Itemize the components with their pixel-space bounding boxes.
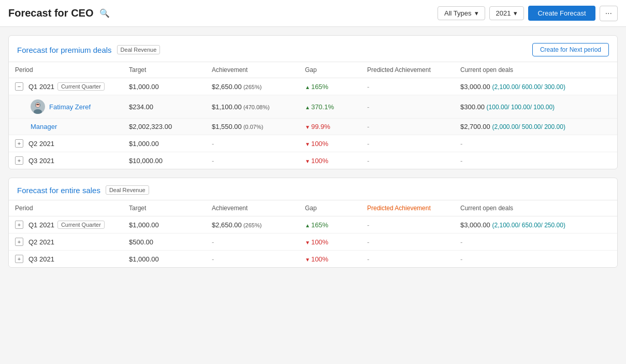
sub-period-cell: Manager: [9, 119, 123, 135]
open-deals-cell: $300.00 (100.00/ 100.00/ 100.00): [454, 95, 617, 119]
achievement-cell: -: [206, 234, 299, 251]
col-target: Target: [123, 200, 206, 216]
table-row: Manager $2,002,323.00 $1,550.00 (0.07%) …: [9, 119, 617, 135]
col-open-deals: Current open deals: [454, 200, 617, 216]
open-deals-cell: -: [454, 251, 617, 268]
gap-cell: 165%: [299, 216, 361, 234]
main-content: Forecast for premium deals Deal Revenue …: [0, 27, 626, 276]
person-name[interactable]: Fatimay Zeref: [49, 103, 91, 111]
chevron-down-icon: ▾: [514, 9, 517, 17]
expand-toggle[interactable]: +: [15, 221, 23, 229]
expand-toggle[interactable]: +: [15, 156, 23, 165]
table-header-row: Period Target Achievement Gap Predicted …: [9, 200, 617, 216]
open-deals-cell: $3,000.00 (2,100.00/ 600.00/ 300.00): [454, 78, 617, 95]
app-header: Forecast for CEO 🔍 All Types ▾ 2021 ▾ Cr…: [0, 0, 626, 27]
target-cell: $1,000.00: [123, 78, 206, 95]
table-row: Fatimay Zeref $234.00 $1,100.00 (470.08%…: [9, 95, 617, 119]
predicted-cell: -: [361, 95, 454, 119]
predicted-cell: -: [361, 216, 454, 234]
period-value: Q3 2021: [28, 157, 54, 165]
col-predicted: Predicted Achievement: [361, 200, 454, 216]
type-filter-dropdown[interactable]: All Types ▾: [438, 6, 485, 20]
expand-toggle[interactable]: +: [15, 255, 23, 263]
expand-toggle[interactable]: +: [15, 238, 23, 246]
achievement-cell: $2,650.00 (265%): [206, 78, 299, 95]
current-quarter-badge: Current Quarter: [57, 221, 105, 229]
page-title: Forecast for CEO 🔍: [8, 7, 112, 19]
open-deals-cell: -: [454, 234, 617, 251]
year-filter-label: 2021: [496, 9, 511, 17]
achievement-cell: $1,100.00 (470.08%): [206, 95, 299, 119]
period-cell: + Q1 2021 Current Quarter: [9, 216, 123, 234]
card-header-left: Forecast for premium deals Deal Revenue: [17, 45, 160, 54]
period-cell: + Q3 2021: [9, 152, 123, 169]
achievement-cell: $1,550.00 (0.07%): [206, 119, 299, 135]
open-deals-cell: -: [454, 135, 617, 152]
collapse-toggle[interactable]: −: [15, 82, 23, 91]
deal-revenue-badge-2: Deal Revenue: [106, 185, 149, 195]
col-period: Period: [9, 62, 123, 78]
expand-toggle[interactable]: +: [15, 139, 23, 148]
predicted-cell: -: [361, 135, 454, 152]
create-next-period-button[interactable]: Create for Next period: [532, 43, 609, 56]
open-deals-cell: $2,700.00 (2,000.00/ 500.00/ 200.00): [454, 119, 617, 135]
period-cell: + Q3 2021: [9, 251, 123, 268]
predicted-cell: -: [361, 152, 454, 169]
target-cell: $234.00: [123, 95, 206, 119]
title-text: Forecast for CEO: [8, 7, 93, 19]
entire-sales-card: Forecast for entire sales Deal Revenue P…: [8, 178, 618, 268]
period-value: Q1 2021: [28, 221, 54, 229]
premium-card-title[interactable]: Forecast for premium deals: [17, 46, 112, 54]
target-cell: $10,000.00: [123, 152, 206, 169]
manager-name[interactable]: Manager: [31, 123, 57, 130]
table-row: + Q2 2021 $500.00 - 100% - -: [9, 234, 617, 251]
predicted-cell: -: [361, 251, 454, 268]
header-actions: All Types ▾ 2021 ▾ Create Forecast ···: [438, 6, 618, 21]
chevron-down-icon: ▾: [475, 9, 478, 17]
search-button[interactable]: 🔍: [97, 7, 112, 19]
avatar: [31, 99, 45, 114]
table-row: − Q1 2021 Current Quarter $1,000.00 $2,6…: [9, 78, 617, 95]
achievement-cell: -: [206, 135, 299, 152]
col-open-deals: Current open deals: [454, 62, 617, 78]
col-predicted: Predicted Achievement: [361, 62, 454, 78]
open-deals-cell: $3,000.00 (2,100.00/ 650.00/ 250.00): [454, 216, 617, 234]
gap-cell: 100%: [299, 234, 361, 251]
gap-cell: 165%: [299, 78, 361, 95]
premium-deals-card: Forecast for premium deals Deal Revenue …: [8, 35, 618, 169]
premium-table: Period Target Achievement Gap Predicted …: [9, 62, 617, 169]
entire-card-title[interactable]: Forecast for entire sales: [17, 186, 100, 195]
table-header-row: Period Target Achievement Gap Predicted …: [9, 62, 617, 78]
more-options-button[interactable]: ···: [600, 6, 618, 21]
open-deals-cell: -: [454, 152, 617, 169]
period-value: Q1 2021: [28, 83, 54, 91]
table-row: + Q2 2021 $1,000.00 - 100% - -: [9, 135, 617, 152]
period-cell: − Q1 2021 Current Quarter: [9, 78, 123, 95]
gap-cell: 100%: [299, 152, 361, 169]
gap-cell: 100%: [299, 251, 361, 268]
achievement-cell: $2,650.00 (265%): [206, 216, 299, 234]
table-row: + Q3 2021 $10,000.00 - 100% - -: [9, 152, 617, 169]
target-cell: $1,000.00: [123, 135, 206, 152]
predicted-cell: -: [361, 234, 454, 251]
card-header-left: Forecast for entire sales Deal Revenue: [17, 185, 149, 195]
sub-period-cell: Fatimay Zeref: [9, 95, 123, 119]
create-forecast-button[interactable]: Create Forecast: [528, 6, 595, 21]
gap-cell: 100%: [299, 135, 361, 152]
target-cell: $2,002,323.00: [123, 119, 206, 135]
achievement-cell: -: [206, 251, 299, 268]
col-gap: Gap: [299, 200, 361, 216]
period-cell: + Q2 2021: [9, 135, 123, 152]
target-cell: $1,000.00: [123, 251, 206, 268]
entire-table: Period Target Achievement Gap Predicted …: [9, 200, 617, 267]
premium-card-header: Forecast for premium deals Deal Revenue …: [9, 36, 617, 62]
col-achievement: Achievement: [206, 62, 299, 78]
year-filter-dropdown[interactable]: 2021 ▾: [489, 6, 525, 20]
period-value: Q2 2021: [28, 140, 54, 148]
period-value: Q2 2021: [28, 238, 54, 246]
col-target: Target: [123, 62, 206, 78]
current-quarter-badge: Current Quarter: [57, 82, 105, 91]
period-cell: + Q2 2021: [9, 234, 123, 251]
table-row: + Q3 2021 $1,000.00 - 100% - -: [9, 251, 617, 268]
table-row: + Q1 2021 Current Quarter $1,000.00 $2,6…: [9, 216, 617, 234]
